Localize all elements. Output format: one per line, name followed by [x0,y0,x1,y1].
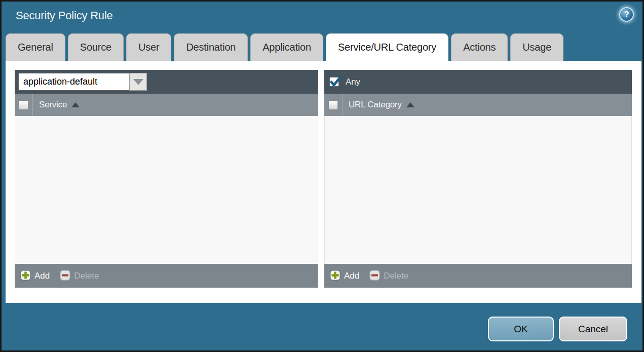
url-category-table-body[interactable] [324,116,632,264]
tab-destination[interactable]: Destination [174,33,248,61]
security-policy-rule-dialog: Security Policy Rule ? General Source Us… [0,0,644,352]
tab-actions[interactable]: Actions [451,33,508,61]
url-category-delete-button[interactable]: Delete [369,270,408,282]
service-panel: Service Add [15,70,318,288]
tab-application[interactable]: Application [250,33,323,61]
sort-ascending-icon[interactable] [406,102,414,107]
service-table-column-header: Service [15,94,318,116]
service-add-button[interactable]: Add [20,270,50,282]
tab-content-area: Service Add [6,61,641,303]
service-type-dropdown[interactable] [18,73,147,91]
service-panel-toolbar: Add Delete [15,264,318,288]
url-category-select-all-cell [324,94,343,116]
any-checkbox[interactable] [329,77,339,87]
sort-ascending-icon[interactable] [71,102,80,107]
tab-general[interactable]: General [6,33,65,61]
tab-service-url-category[interactable]: Service/URL Category [326,33,448,61]
service-column-label[interactable]: Service [39,100,67,110]
url-category-panel-toolbar: Add Delete [324,264,632,288]
service-select-all-checkbox[interactable] [19,100,28,110]
help-icon[interactable]: ? [619,7,634,22]
service-table-body[interactable] [15,116,318,264]
help-icon-glyph: ? [624,10,629,19]
dialog-title: Security Policy Rule [16,9,113,22]
tab-bar: General Source User Destination Applicat… [6,33,563,61]
tab-usage[interactable]: Usage [510,33,563,61]
tab-user[interactable]: User [126,33,171,61]
cancel-button[interactable]: Cancel [559,317,627,341]
url-category-delete-label: Delete [384,271,408,281]
any-checkbox-row: Any [328,77,360,87]
service-delete-button[interactable]: Delete [60,270,99,282]
service-select-all-cell [15,94,33,116]
url-category-panel: Any URL Category [324,70,632,288]
service-type-dropdown-value[interactable] [18,73,129,91]
minus-icon [60,270,70,282]
url-category-panel-header: Any [324,70,632,94]
service-add-label: Add [34,271,50,281]
url-category-table-column-header: URL Category [324,94,632,116]
tab-source[interactable]: Source [68,33,124,61]
plus-icon [20,270,31,282]
url-category-add-label: Add [344,271,359,281]
service-panel-header [15,70,318,94]
service-delete-label: Delete [74,271,99,281]
minus-icon [369,270,380,282]
chevron-down-icon [133,79,143,85]
any-label: Any [346,77,360,87]
service-type-dropdown-button[interactable] [129,73,147,91]
checkmark-icon [329,75,343,89]
ok-button[interactable]: OK [488,317,554,341]
url-category-select-all-checkbox[interactable] [328,100,338,110]
url-category-column-label[interactable]: URL Category [349,100,402,110]
url-category-add-button[interactable]: Add [330,270,359,282]
plus-icon [330,270,340,282]
